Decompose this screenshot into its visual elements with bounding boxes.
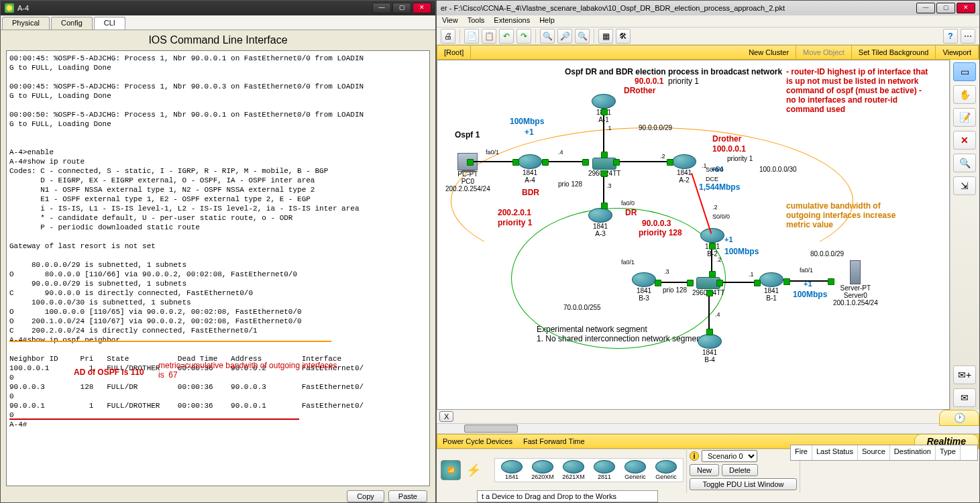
move-object-button[interactable]: Move Object — [796, 46, 852, 59]
maximize-button[interactable]: ▢ — [392, 3, 411, 13]
link — [657, 282, 691, 283]
power-cycle-button[interactable]: Power Cycle Devices — [437, 437, 518, 445]
custom-icon[interactable]: 🛠 — [616, 29, 631, 44]
device-server0[interactable]: Server-PT Server0 200.1.0.254/24 — [833, 260, 878, 306]
select-tool-icon[interactable]: ▭ — [953, 62, 976, 81]
if-label: fa0/1 — [621, 258, 635, 267]
device-name: B-4 — [698, 356, 722, 364]
tray-2621xm[interactable]: 2621XM — [559, 460, 588, 480]
topology-canvas[interactable]: Ospf DR and BDR election process in broa… — [437, 60, 950, 410]
titlebar[interactable]: A-4 — ▢ ✕ — [1, 1, 435, 15]
ospf-label: Ospf 1 — [455, 130, 480, 139]
paste-button[interactable]: Paste — [388, 490, 427, 502]
tab-config[interactable]: Config — [51, 17, 93, 30]
note-tool-icon[interactable]: 📝 — [953, 108, 976, 127]
root-link[interactable]: [Root] — [437, 46, 471, 59]
tabs: Physical Config CLI — [1, 15, 435, 30]
a1-prio: priority 1 — [668, 76, 699, 86]
zoom-reset-icon[interactable]: 🔎 — [557, 29, 572, 44]
close-button[interactable]: ✕ — [413, 3, 431, 13]
info-icon[interactable]: ⋯ — [961, 29, 975, 44]
pdu-list-header: Fire Last Status Source Destination Type — [790, 445, 978, 461]
tray-generic2[interactable]: Generic — [652, 460, 680, 480]
col-last-status: Last Status — [812, 445, 858, 460]
resize-tool-icon[interactable]: ⇲ — [953, 176, 976, 195]
router-icon — [588, 208, 612, 223]
palette-icon[interactable]: ▦ — [598, 29, 613, 44]
help-icon[interactable]: ? — [943, 29, 958, 44]
print-icon[interactable]: 🖨 — [441, 29, 455, 44]
device-a4[interactable]: 1841 A-4 — [518, 154, 542, 184]
device-b4[interactable]: 1841 B-4 — [698, 334, 722, 364]
if-label: fa0/1 — [486, 148, 499, 157]
zoom-in-icon[interactable]: 🔍 — [540, 29, 555, 44]
menu-view[interactable]: View — [442, 16, 458, 26]
tray-2620xm[interactable]: 2620XM — [529, 460, 557, 480]
tab-physical[interactable]: Physical — [2, 17, 50, 30]
maximize-button[interactable]: ▢ — [936, 3, 955, 13]
simple-pdu-icon[interactable]: ✉+ — [953, 366, 976, 384]
complex-pdu-icon[interactable]: ✉ — [953, 388, 976, 407]
new-scenario-button[interactable]: New — [690, 464, 719, 476]
router-icon — [518, 154, 542, 169]
device-name: A-3 — [588, 230, 612, 237]
delete-tool-icon[interactable]: ✕ — [953, 131, 976, 150]
delete-scenario-button[interactable]: Delete — [722, 464, 758, 476]
device-b3[interactable]: 1841 B-3 — [632, 272, 656, 302]
annotation-ad-ospf: AD of OSPF is 110 — [74, 368, 144, 377]
a3-ip: 90.0.0.3 — [642, 219, 671, 228]
paste-icon[interactable]: 📋 — [482, 29, 496, 44]
app-icon — [5, 3, 14, 13]
new-cluster-button[interactable]: New Cluster — [742, 46, 796, 59]
hand-tool-icon[interactable]: ✋ — [953, 85, 976, 104]
copy-button[interactable]: Copy — [347, 490, 384, 502]
device-a3[interactable]: 1841 A-3 — [588, 208, 612, 237]
b2-serial: S0/0/0 — [712, 212, 730, 221]
if-label: fa0/0 — [621, 199, 635, 208]
col-destination: Destination — [890, 445, 936, 460]
viewport-button[interactable]: Viewport — [936, 46, 979, 59]
tray-2811[interactable]: 2811 — [590, 460, 618, 480]
toggle-pdu-button[interactable]: Toggle PDU List Window — [690, 478, 797, 490]
minimize-button[interactable]: — — [372, 3, 391, 13]
set-tiled-bg-button[interactable]: Set Tiled Background — [852, 46, 936, 59]
redo-icon[interactable]: ↷ — [516, 29, 531, 44]
tab-cli[interactable]: CLI — [94, 17, 125, 30]
link — [470, 161, 516, 162]
a4-ip: 200.2.0.1 — [498, 208, 531, 217]
copy-icon[interactable]: 📄 — [464, 29, 479, 44]
horizontal-scrollbar[interactable] — [437, 423, 979, 434]
device-model: 1841 — [759, 287, 783, 294]
fast-forward-button[interactable]: Fast Forward Time — [518, 437, 590, 445]
server-icon — [850, 260, 861, 284]
device-name: Server0 — [833, 292, 878, 299]
x-button[interactable]: X — [439, 411, 453, 422]
minimize-button[interactable]: — — [916, 3, 935, 13]
router-icon — [632, 272, 656, 287]
titlebar[interactable]: er - F:\Cisco\CCNA-E_4\Vlastne_scenare_l… — [437, 1, 979, 15]
port-num: .3 — [606, 181, 612, 190]
separator — [594, 29, 594, 44]
realtime-clock-icon[interactable]: 🕐 — [939, 410, 979, 426]
link — [603, 173, 604, 207]
device-b1[interactable]: 1841 B-1 — [759, 272, 783, 302]
cli-output[interactable]: 00:00:45: %OSPF-5-ADJCHG: Process 1, Nbr… — [6, 50, 430, 486]
menu-extensions[interactable]: Extensions — [494, 16, 530, 26]
inspect-tool-icon[interactable]: 🔍 — [953, 154, 976, 172]
router-icon — [655, 460, 677, 473]
menu-tools[interactable]: Tools — [468, 16, 485, 26]
tray-generic1[interactable]: Generic — [621, 460, 649, 480]
tray-1841[interactable]: 1841 — [498, 460, 526, 480]
router-icon — [700, 228, 724, 243]
scenario-select[interactable]: Scenario 0 — [702, 450, 757, 462]
undo-icon[interactable]: ↶ — [499, 29, 514, 44]
menu-help[interactable]: Help — [539, 16, 555, 26]
link — [603, 111, 604, 156]
a4-speed: 100Mbps — [510, 117, 544, 126]
category-connection-icon[interactable]: ⚡ — [464, 460, 484, 480]
device-model: 1841 — [518, 169, 542, 176]
link — [719, 282, 758, 283]
zoom-out-icon[interactable]: 🔍 — [575, 29, 590, 44]
category-router-icon[interactable]: 📶 — [441, 460, 461, 480]
close-button[interactable]: ✕ — [957, 3, 975, 13]
